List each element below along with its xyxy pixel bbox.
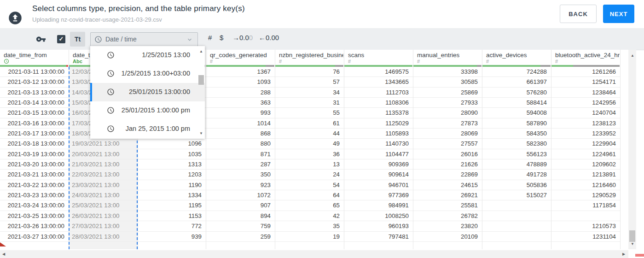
clock-icon: [107, 88, 115, 96]
format-option[interactable]: 25/01/2015 13:00:00: [90, 83, 205, 101]
column-name: nzbn_registered_busine: [279, 52, 343, 59]
format-option[interactable]: 1/25/2015 13:00: [90, 46, 205, 64]
table-cell: 993: [206, 108, 275, 118]
table-cell: 977369: [344, 190, 413, 200]
table-cell: 1233952: [551, 129, 620, 139]
table-cell: 909369: [344, 159, 413, 170]
table-cell: 1104477: [344, 149, 413, 159]
next-button[interactable]: NEXT: [603, 5, 634, 23]
table-cell: [482, 221, 551, 231]
column-header[interactable]: qr_codes_generated#: [206, 50, 275, 65]
scroll-left-icon[interactable]: ◀: [2, 252, 5, 256]
scroll-down-icon[interactable]: ▼: [631, 242, 634, 246]
selected-column-left-border: [69, 67, 70, 249]
format-option[interactable]: 25/01/2015 1:00:00 pm: [90, 101, 205, 120]
format-option[interactable]: 1/25/2015 13:00+03:00: [90, 64, 205, 83]
table-column-active_devices[interactable]: active_devices#7242886613975762805884145…: [482, 50, 551, 249]
table-cell: [482, 242, 551, 249]
column-header[interactable]: manual_entries#: [413, 50, 482, 65]
table-column-nzbn_registered_busine[interactable]: nzbn_registered_busine#76573431556144493…: [275, 50, 344, 249]
table-cell: [138, 242, 206, 249]
table-column-qr_codes_generated[interactable]: qr_codes_generated#136710932883639931014…: [206, 50, 275, 249]
table-cell: 363: [206, 98, 275, 108]
arrow-right-icon: →: [232, 34, 239, 41]
table-cell: [413, 242, 482, 249]
table-cell: 259: [206, 232, 275, 242]
scroll-up-icon[interactable]: ▲: [199, 50, 203, 53]
table-cell: [482, 200, 551, 211]
back-button[interactable]: BACK: [560, 5, 597, 23]
table-cell: 515027: [482, 190, 551, 200]
dropdown-scrollbar[interactable]: ▲ ▼: [197, 46, 205, 139]
table-column-manual_entries[interactable]: manual_entries#3339830585258692793328090…: [413, 50, 482, 249]
scroll-down-icon[interactable]: ▼: [199, 132, 203, 135]
table-column-scans[interactable]: scans#1469575134366511127031108306113537…: [344, 50, 413, 249]
table-cell: 2021-03-11 13:00:00: [0, 67, 69, 77]
number-type-label: #: [210, 59, 213, 64]
format-option-label: 1/25/2015 13:00: [142, 51, 190, 59]
scroll-right-icon[interactable]: ▶: [622, 252, 625, 256]
table-cell: 2021-03-23 13:00:00: [0, 190, 69, 200]
table-cell: 661397: [482, 77, 551, 87]
table-cell: 946701: [344, 180, 413, 190]
table-cell: 1203: [138, 170, 206, 180]
format-option-label: 25/01/2015 1:00:00 pm: [122, 106, 190, 114]
table-cell: 76: [275, 67, 344, 77]
vertical-scrollbar[interactable]: ▲ ▼: [628, 50, 636, 249]
table-cell: 1210573: [551, 221, 620, 231]
column-header[interactable]: date_time_from: [0, 50, 69, 65]
number-type-button[interactable]: #: [208, 34, 212, 41]
clock-icon: [94, 35, 102, 43]
table-cell: 30585: [413, 77, 482, 87]
chevron-down-icon: [186, 36, 193, 43]
horizontal-scrollbar[interactable]: ◀ ▶: [0, 250, 628, 258]
include-column-checkbox[interactable]: ✓: [57, 35, 65, 43]
table-cell: 34: [275, 88, 344, 98]
table-cell: 587890: [482, 118, 551, 129]
table-cell: 65: [275, 200, 344, 211]
format-option[interactable]: Jan 25, 2015 1:00 pm: [90, 120, 205, 138]
decrease-decimal-button[interactable]: ←0.00: [259, 34, 279, 41]
table-cell: 2021-03-27 13:00:00: [0, 232, 69, 242]
table-cell: 25/03/2021 13:00: [69, 200, 138, 211]
table-cell: 27557: [413, 139, 482, 149]
table-cell: 21/03/2021 13:00: [69, 159, 138, 170]
check-icon: ✓: [59, 35, 64, 42]
currency-type-button[interactable]: $: [220, 34, 223, 41]
vertical-scrollbar-thumb[interactable]: [629, 230, 635, 242]
table-cell: 1093: [206, 77, 275, 87]
increase-decimal-button[interactable]: →0.00: [232, 34, 253, 41]
table-cell: 868: [206, 129, 275, 139]
table-cell: 1014: [206, 118, 275, 129]
column-name: date_time_from: [4, 52, 47, 59]
table-cell: 27/03/2021 13:00: [69, 221, 138, 231]
table-cell: 2021-03-20 13:00:00: [0, 159, 69, 170]
primary-key-icon[interactable]: [36, 34, 46, 44]
column-header[interactable]: active_devices#: [482, 50, 551, 65]
table-cell: 2021-03-18 13:00:00: [0, 139, 69, 149]
table-cell: 24/03/2021 13:00: [69, 190, 138, 200]
column-header[interactable]: nzbn_registered_busine#: [275, 50, 344, 65]
table-cell: 894: [206, 211, 275, 221]
table-cell: 2021-03-13 13:00:00: [0, 88, 69, 98]
number-type-label: #: [486, 59, 489, 64]
table-cell: 288: [206, 88, 275, 98]
column-header[interactable]: scans#: [344, 50, 413, 65]
column-type-select[interactable]: Date / time: [90, 32, 198, 47]
table-cell: 1112703: [344, 88, 413, 98]
dropdown-scrollbar-thumb[interactable]: [198, 75, 204, 85]
column-header[interactable]: bluetooth_active_24_hr_#: [551, 50, 620, 65]
corner-scroll-thumb[interactable]: [635, 254, 644, 257]
table-cell: [482, 211, 551, 221]
table-cell: 1254171: [551, 77, 620, 87]
format-option-label: 1/25/2015 13:00+03:00: [121, 70, 190, 77]
table-cell: 23/03/2021 13:00: [69, 180, 138, 190]
table-column-bluetooth_active_24_hr_[interactable]: bluetooth_active_24_hr_#1261266125417112…: [551, 50, 621, 249]
table-cell: [206, 242, 275, 249]
table-cell: 724288: [482, 67, 551, 77]
table-column-date_time_from[interactable]: date_time_from2021-03-11 13:00:002021-03…: [0, 50, 69, 249]
scroll-up-icon[interactable]: ▲: [631, 54, 634, 58]
table-cell: 2021-03-17 13:00:00: [0, 129, 69, 139]
text-type-button[interactable]: Tt: [70, 32, 85, 47]
table-cell: 556123: [482, 149, 551, 159]
